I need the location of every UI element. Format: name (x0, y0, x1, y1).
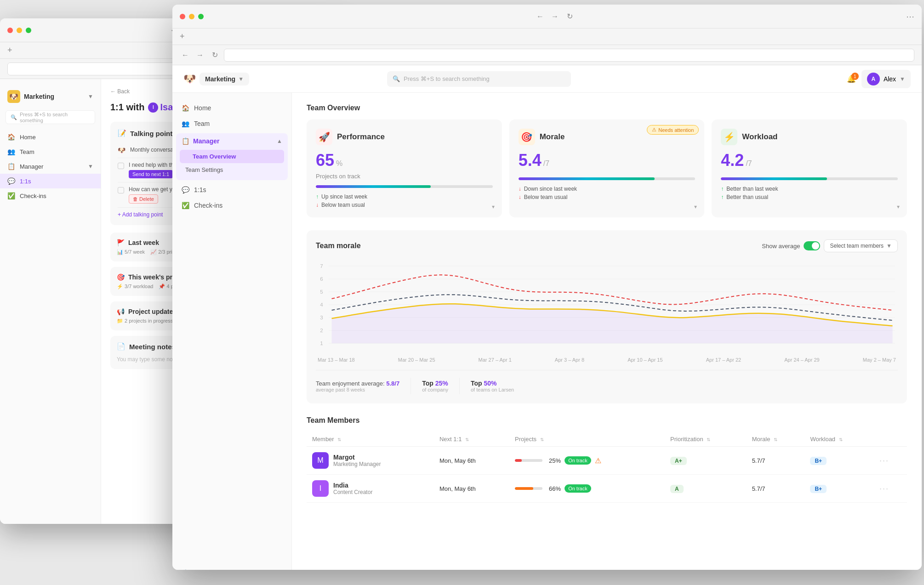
workload-stat-2-text: Better than usual (726, 194, 768, 200)
sidebar-team-settings[interactable]: Team Settings (176, 163, 288, 176)
meeting-notes-label: Meeting notes (129, 343, 176, 351)
workload-sort-icon[interactable]: ⇅ (839, 437, 843, 442)
india-project-pct: 66% (549, 485, 561, 492)
checkins-icon: ✅ (7, 192, 15, 199)
minimize-button[interactable] (17, 28, 22, 33)
india-status-badge: On track (565, 484, 591, 493)
margot-name: Margot (333, 454, 381, 461)
delete-button[interactable]: 🗑 Delete (129, 194, 158, 204)
front-refresh[interactable]: ↻ (564, 11, 575, 22)
members-table-head: Member ⇅ Next 1:1 ⇅ Projects ⇅ (307, 432, 907, 447)
close-button[interactable] (7, 28, 13, 33)
manager-chevron-icon: ▼ (88, 163, 93, 170)
chart-x-labels: Mar 13 – Mar 18 Mar 20 – Mar 25 Mar 27 –… (316, 357, 898, 363)
performance-progress-track (316, 185, 493, 188)
back-nav-checkins[interactable]: ✅ Check-ins (0, 188, 101, 203)
sidebar-team-overview[interactable]: Team Overview (180, 150, 284, 163)
india-avatar: I (312, 480, 329, 497)
talking-item-3-checkbox[interactable] (118, 187, 124, 193)
back-nav-1on1[interactable]: 💬 1:1s (0, 174, 101, 188)
notification-bell[interactable]: 🔔 1 (847, 74, 856, 83)
team-icon: 👥 (7, 148, 15, 155)
top50-value: 50% (484, 380, 497, 387)
front-forward-nav[interactable]: → (549, 11, 560, 22)
app-logo: 🐶 (183, 73, 196, 85)
back-search-bar[interactable]: 🔍 Press ⌘+S to search something (6, 110, 95, 124)
user-chip[interactable]: A Alex ▼ (861, 70, 911, 88)
performance-expand-button[interactable]: ▾ (492, 204, 495, 210)
send-to-next-button[interactable]: Send to next 1:1 (129, 170, 173, 178)
back-nav-team[interactable]: 👥 Team (0, 144, 101, 159)
workload-expand-button[interactable]: ▾ (897, 204, 900, 210)
morale-sort-icon[interactable]: ⇅ (774, 437, 777, 442)
1on1-icon: 💬 (7, 177, 15, 185)
flag-icon: 🚩 (117, 239, 125, 246)
morale-chart-svg: 7 6 5 4 3 2 1 (316, 260, 898, 352)
morale-value: 5.4 (519, 151, 542, 170)
talking-item-2-checkbox[interactable] (118, 163, 124, 169)
india-next1on1: Mon, May 6th (434, 475, 509, 503)
sidebar-nav-checkins[interactable]: ✅ Check-ins (172, 198, 291, 213)
show-avg-toggle[interactable] (804, 241, 820, 250)
workload-stat-1: ↑ Better than last week (721, 186, 898, 192)
prioritization-sort-icon[interactable]: ⇅ (707, 437, 710, 442)
next1on1-sort-icon[interactable]: ⇅ (465, 437, 469, 442)
back-nav-home[interactable]: 🏠 Home (0, 130, 101, 144)
add-tab-button[interactable]: + (7, 45, 12, 55)
col-morale: Morale ⇅ (747, 432, 805, 447)
member-sort-icon[interactable]: ⇅ (337, 437, 341, 442)
front-back-nav[interactable]: ← (535, 11, 546, 22)
sidebar-manager-header[interactable]: 📋 Manager ▲ (176, 133, 288, 149)
morale-footer: Team enjoyment average: 5.8/7 average pa… (316, 370, 898, 394)
front-close-button[interactable] (180, 14, 185, 19)
members-section: Team Members Member ⇅ Next 1:1 ⇅ (307, 416, 907, 503)
back-button[interactable]: ← Back (110, 88, 130, 95)
select-members-dropdown[interactable]: Select team members ▼ (824, 239, 898, 252)
margot-project-pct: 25% (549, 457, 561, 464)
front-browser-forward[interactable]: → (194, 50, 205, 61)
india-more-button[interactable]: ··· (879, 484, 889, 493)
performance-value: 65 (316, 151, 334, 170)
sidebar-nav-1on1[interactable]: 💬 1:1s (172, 182, 291, 198)
sidebar-nav-team[interactable]: 👥 Team (172, 116, 291, 131)
sidebar-home-icon: 🏠 (182, 104, 189, 112)
front-url-bar[interactable] (224, 49, 914, 62)
back-nav-manager[interactable]: 📋 Manager ▼ (0, 159, 101, 174)
workload-card-header: ⚡ Workload (721, 129, 898, 145)
notification-badge: 1 (851, 73, 859, 80)
target-icon: 🎯 (117, 273, 125, 281)
morale-chart-area: 7 6 5 4 3 2 1 (316, 260, 898, 352)
col-projects: Projects ⇅ (509, 432, 665, 447)
performance-value-row: 65 % (316, 151, 493, 172)
front-minimize-button[interactable] (189, 14, 194, 19)
select-members-chevron: ▼ (886, 243, 892, 249)
front-browser-back[interactable]: ← (180, 50, 191, 61)
search-icon: 🔍 (11, 114, 17, 120)
margot-more-button[interactable]: ··· (879, 456, 889, 465)
front-add-tab[interactable]: + (180, 32, 185, 41)
india-name: India (333, 482, 372, 489)
top25-value: 25% (435, 380, 448, 387)
workspace-selector[interactable]: Marketing ▼ (200, 73, 249, 85)
sidebar-nav-home[interactable]: 🏠 Home (172, 100, 291, 116)
project-stat: 📁 2 projects in progress (117, 318, 173, 324)
morale-top50-note: of teams on Larsen (471, 387, 514, 392)
workload-title: Workload (742, 132, 777, 142)
workspace-dropdown-icon[interactable]: ▼ (88, 93, 93, 100)
morale-expand-button[interactable]: ▾ (694, 204, 697, 210)
performance-stat-2-text: Below team usual (321, 202, 365, 208)
chart-label-5: Apr 10 – Apr 15 (627, 357, 662, 363)
front-maximize-button[interactable] (198, 14, 204, 19)
front-main: Team Overview 🚀 Performance 65 % Project… (292, 93, 922, 570)
sidebar-settings[interactable]: ⚙️ Settings (172, 565, 292, 570)
maximize-button[interactable] (26, 28, 31, 33)
header-search[interactable]: 🔍 Press ⌘+S to search something (387, 71, 571, 87)
col-prioritization-label: Prioritization (670, 436, 703, 443)
more-options-icon[interactable]: ⋯ (906, 11, 914, 22)
projects-sort-icon[interactable]: ⇅ (540, 437, 544, 442)
settings-gear-icon: ⚙️ (182, 569, 189, 570)
front-browser-refresh[interactable]: ↻ (209, 50, 220, 61)
chart-label-8: May 2 – May 7 (863, 357, 896, 363)
sidebar-checkins-icon: ✅ (182, 202, 189, 209)
manager-purple-icon: 📋 (182, 137, 189, 145)
